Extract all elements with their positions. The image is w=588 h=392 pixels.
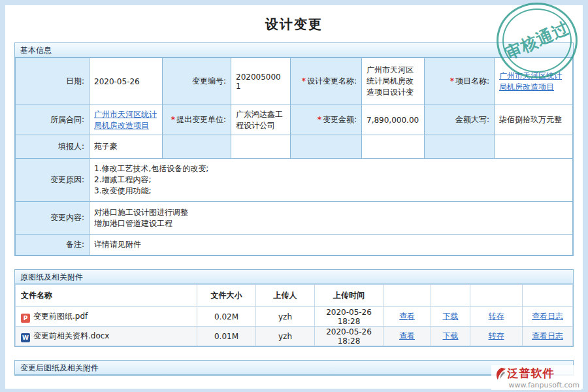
basic-info-section: 基本信息 日期: 2020-05-26 变更编号: 2020050001 *设计…	[14, 42, 574, 256]
file-name-cell: W变更前相关资料.docx	[16, 327, 197, 346]
table-row: 变更原因: 1.修改工艺技术,包括设备的改变; 2.增减工程内容; 3.改变使用…	[16, 159, 573, 202]
empty-header-cell	[384, 285, 431, 307]
table-row: P变更前图纸.pdf 0.02M yzh 2020-05-26 18:28 查看…	[16, 307, 573, 327]
empty-value-cell	[362, 135, 425, 159]
attachments-before-header: 原图纸及相关附件	[15, 270, 573, 284]
amount-words-label: 金额大写:	[425, 105, 495, 135]
table-row: 填报人: 苑子豪	[16, 135, 573, 159]
required-marker: *	[318, 115, 321, 124]
save-as-action-cell: 转存	[470, 327, 523, 346]
file-size: 0.02M	[197, 307, 256, 327]
file-name-header: 文件名称	[16, 285, 197, 307]
pdf-file-icon: P	[21, 314, 30, 323]
view-log-link[interactable]: 查看日志	[532, 331, 563, 340]
unit-label: *提出变更单位:	[163, 105, 231, 135]
brand-url: www.fanpusoft.com	[509, 381, 580, 389]
required-marker: *	[302, 76, 306, 86]
reason-label: 变更原因:	[16, 159, 90, 202]
basic-info-table: 日期: 2020-05-26 变更编号: 2020050001 *设计变更名称:…	[15, 57, 573, 255]
save-as-link[interactable]: 转存	[489, 312, 504, 321]
fanpu-watermark: 泛普软件 www.fanpusoft.com	[491, 365, 581, 390]
file-name-cell: P变更前图纸.pdf	[16, 307, 197, 327]
table-row: 备注: 详情请见附件	[16, 235, 573, 255]
view-link[interactable]: 查看	[399, 331, 415, 340]
contract-value: 广州市天河区统计局机房改造项目	[90, 105, 163, 135]
required-marker: *	[450, 76, 454, 86]
contract-link[interactable]: 广州市天河区统计局机房改造项目	[94, 110, 157, 130]
file-uploader: yzh	[256, 307, 315, 327]
table-row: 所属合同: 广州市天河区统计局机房改造项目 *提出变更单位: 广东鸿达鑫工程设计…	[16, 105, 573, 135]
view-log-link[interactable]: 查看日志	[532, 312, 563, 321]
file-name: 变更前图纸.pdf	[33, 312, 88, 321]
file-upload-time: 2020-05-26 18:28	[315, 307, 384, 327]
change-name-value: 广州市天河区统计局机房改造项目设计变	[362, 58, 425, 105]
download-link[interactable]: 下载	[443, 312, 459, 321]
fanpu-logo-icon	[493, 367, 508, 381]
empty-label-cell	[425, 135, 495, 159]
table-row: W变更前相关资料.docx 0.01M yzh 2020-05-26 18:28…	[16, 327, 573, 346]
approval-stamp: 审核通过	[497, 3, 578, 78]
remark-label: 备注:	[16, 235, 90, 255]
change-no-value: 2020050001	[231, 58, 291, 105]
reason-value: 1.修改工艺技术,包括设备的改变; 2.增减工程内容; 3.改变使用功能;	[90, 159, 573, 202]
amount-words-value: 柒佰捌拾玖万元整	[495, 105, 573, 135]
attachments-after-section: 变更后图纸及相关附件	[14, 360, 574, 376]
basic-info-section-header: 基本信息	[15, 43, 573, 57]
brand-name: 泛普软件	[508, 366, 555, 381]
empty-label-cell	[291, 135, 362, 159]
upload-time-header: 上传时间	[315, 285, 384, 307]
reporter-label: 填报人:	[16, 135, 90, 159]
unit-value: 广东鸿达鑫工程设计公司	[231, 105, 291, 135]
view-log-action-cell: 查看日志	[523, 307, 573, 327]
file-size-header: 文件大小	[197, 285, 256, 307]
change-name-label: *设计变更名称:	[291, 58, 362, 105]
project-name-label: *项目名称:	[425, 58, 495, 105]
empty-label-cell	[163, 135, 231, 159]
uploader-header: 上传人	[256, 285, 315, 307]
reporter-value: 苑子豪	[90, 135, 163, 159]
word-file-icon: W	[21, 333, 30, 342]
date-value: 2020-05-26	[90, 58, 163, 105]
amount-value: 7,890,000.00	[362, 105, 425, 135]
attachments-after-header: 变更后图纸及相关附件	[15, 361, 573, 375]
view-link[interactable]: 查看	[399, 312, 415, 321]
empty-header-cell	[523, 285, 573, 307]
download-action-cell: 下载	[431, 307, 470, 327]
empty-value-cell	[231, 135, 291, 159]
contract-label: 所属合同:	[16, 105, 90, 135]
table-row: 变更内容: 对港口施工设计图进行调整 增加港口管道建设工程	[16, 202, 573, 235]
empty-header-cell	[470, 285, 523, 307]
download-action-cell: 下载	[431, 327, 470, 346]
fanpu-brand-row: 泛普软件	[493, 366, 580, 381]
view-action-cell: 查看	[384, 307, 431, 327]
required-marker: *	[171, 115, 175, 124]
attachments-before-section: 原图纸及相关附件 文件名称 文件大小 上传人 上传时间	[14, 269, 574, 347]
empty-header-cell	[431, 285, 470, 307]
change-no-label: 变更编号:	[163, 58, 231, 105]
table-row: 日期: 2020-05-26 变更编号: 2020050001 *设计变更名称:…	[16, 58, 573, 105]
file-upload-time: 2020-05-26 18:28	[315, 327, 384, 346]
file-size: 0.01M	[197, 327, 256, 346]
view-action-cell: 查看	[384, 327, 431, 346]
remark-value: 详情请见附件	[90, 235, 573, 255]
date-label: 日期:	[16, 58, 90, 105]
page: 设计变更 基本信息 日期: 2020-05-26 变更编号: 202005000…	[0, 0, 588, 392]
attachments-header-row: 文件名称 文件大小 上传人 上传时间	[16, 285, 573, 307]
view-log-action-cell: 查看日志	[523, 327, 573, 346]
download-link[interactable]: 下载	[443, 331, 459, 340]
file-uploader: yzh	[256, 327, 315, 346]
save-as-link[interactable]: 转存	[489, 331, 504, 340]
save-as-action-cell: 转存	[470, 307, 523, 327]
content-label: 变更内容:	[16, 202, 90, 235]
content-value: 对港口施工设计图进行调整 增加港口管道建设工程	[90, 202, 573, 235]
amount-label: *变更金额:	[291, 105, 362, 135]
empty-value-cell	[495, 135, 573, 159]
attachments-before-table: 文件名称 文件大小 上传人 上传时间 P变更前图纸.pdf 0.02M yzh …	[15, 284, 573, 346]
file-name: 变更前相关资料.docx	[33, 331, 109, 340]
